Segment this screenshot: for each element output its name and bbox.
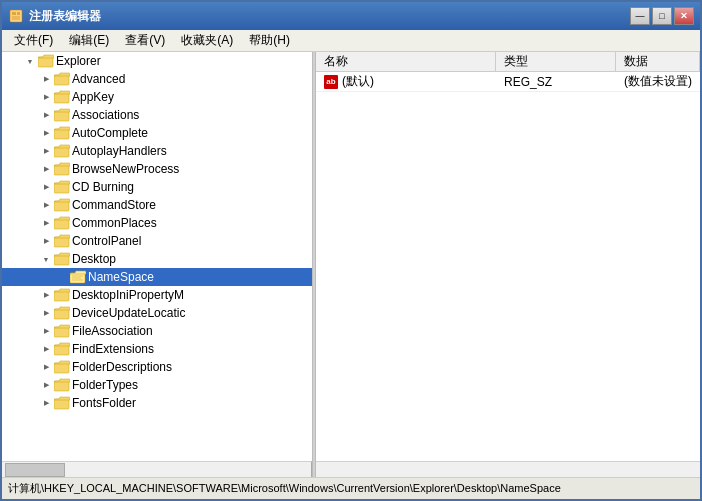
tree-item-fileassociation[interactable]: FileAssociation bbox=[2, 322, 312, 340]
expand-associations[interactable] bbox=[38, 107, 54, 123]
reg-name-value: (默认) bbox=[342, 73, 374, 90]
tree-item-appkey[interactable]: AppKey bbox=[2, 88, 312, 106]
close-button[interactable]: ✕ bbox=[674, 7, 694, 25]
menu-edit[interactable]: 编辑(E) bbox=[61, 30, 117, 51]
tree-item-commonplaces[interactable]: CommonPlaces bbox=[2, 214, 312, 232]
right-panel-body: ab (默认) REG_SZ (数值未设置) bbox=[316, 72, 700, 461]
tree-label-namespace: NameSpace bbox=[88, 270, 154, 284]
folder-icon-associations bbox=[54, 107, 70, 123]
tree-hscrollbar[interactable] bbox=[2, 461, 312, 477]
folder-icon-desktop bbox=[54, 251, 70, 267]
svg-rect-3 bbox=[12, 16, 20, 20]
svg-rect-21 bbox=[54, 309, 69, 319]
expand-findextensions[interactable] bbox=[38, 341, 54, 357]
tree-label-desktopinipropertym: DesktopIniPropertyM bbox=[72, 288, 184, 302]
tree-item-deviceupdatelocatic[interactable]: DeviceUpdateLocatic bbox=[2, 304, 312, 322]
svg-rect-14 bbox=[54, 237, 69, 247]
folder-icon-desktopinipropertym bbox=[54, 287, 70, 303]
expand-fontsfolder[interactable] bbox=[38, 395, 54, 411]
expand-advanced[interactable] bbox=[38, 71, 54, 87]
svg-rect-8 bbox=[54, 129, 69, 139]
reg-name-cell: ab (默认) bbox=[316, 73, 496, 90]
expand-fileassociation[interactable] bbox=[38, 323, 54, 339]
right-hscrollbar[interactable] bbox=[316, 461, 700, 477]
reg-row-default[interactable]: ab (默认) REG_SZ (数值未设置) bbox=[316, 72, 700, 92]
expand-controlpanel[interactable] bbox=[38, 233, 54, 249]
expand-appkey[interactable] bbox=[38, 89, 54, 105]
tree-item-advanced[interactable]: Advanced bbox=[2, 70, 312, 88]
folder-icon-fontsfolder bbox=[54, 395, 70, 411]
folder-icon-autocomplete bbox=[54, 125, 70, 141]
titlebar-left: 注册表编辑器 bbox=[8, 8, 101, 25]
svg-rect-2 bbox=[17, 12, 20, 15]
expand-autoplayhandlers[interactable] bbox=[38, 143, 54, 159]
tree-item-desktopinipropertym[interactable]: DesktopIniPropertyM bbox=[2, 286, 312, 304]
reg-data-cell: (数值未设置) bbox=[616, 73, 700, 90]
main-panels: Explorer Advanced AppKey bbox=[2, 52, 700, 477]
menu-view[interactable]: 查看(V) bbox=[117, 30, 173, 51]
menu-file[interactable]: 文件(F) bbox=[6, 30, 61, 51]
col-header-type: 类型 bbox=[496, 52, 616, 71]
col-header-data: 数据 bbox=[616, 52, 700, 71]
svg-rect-6 bbox=[54, 93, 69, 103]
tree-item-autocomplete[interactable]: AutoComplete bbox=[2, 124, 312, 142]
window-title: 注册表编辑器 bbox=[29, 8, 101, 25]
tree-label-autoplayhandlers: AutoplayHandlers bbox=[72, 144, 167, 158]
statusbar-text: 计算机\HKEY_LOCAL_MACHINE\SOFTWARE\Microsof… bbox=[8, 481, 561, 496]
tree-label-cdburning: CD Burning bbox=[72, 180, 134, 194]
expand-explorer[interactable] bbox=[22, 53, 38, 69]
tree-item-associations[interactable]: Associations bbox=[2, 106, 312, 124]
expand-browsenewprocess[interactable] bbox=[38, 161, 54, 177]
titlebar: 注册表编辑器 — □ ✕ bbox=[2, 2, 700, 30]
expand-deviceupdatelocatic[interactable] bbox=[38, 305, 54, 321]
tree-label-commonplaces: CommonPlaces bbox=[72, 216, 157, 230]
svg-rect-12 bbox=[54, 201, 69, 211]
tree-item-foldertypes[interactable]: FolderTypes bbox=[2, 376, 312, 394]
svg-rect-7 bbox=[54, 111, 69, 121]
tree-panel[interactable]: Explorer Advanced AppKey bbox=[2, 52, 312, 461]
tree-item-desktop[interactable]: Desktop bbox=[2, 250, 312, 268]
expand-commonplaces[interactable] bbox=[38, 215, 54, 231]
tree-label-fileassociation: FileAssociation bbox=[72, 324, 153, 338]
tree-label-commandstore: CommandStore bbox=[72, 198, 156, 212]
tree-label-folderdescriptions: FolderDescriptions bbox=[72, 360, 172, 374]
tree-item-fontsfolder[interactable]: FontsFolder bbox=[2, 394, 312, 412]
tree-item-autoplayhandlers[interactable]: AutoplayHandlers bbox=[2, 142, 312, 160]
tree-item-commandstore[interactable]: CommandStore bbox=[2, 196, 312, 214]
menu-favorites[interactable]: 收藏夹(A) bbox=[173, 30, 241, 51]
expand-foldertypes[interactable] bbox=[38, 377, 54, 393]
expand-autocomplete[interactable] bbox=[38, 125, 54, 141]
tree-item-findextensions[interactable]: FindExtensions bbox=[2, 340, 312, 358]
folder-icon-advanced bbox=[54, 71, 70, 87]
expand-folderdescriptions[interactable] bbox=[38, 359, 54, 375]
tree-item-explorer[interactable]: Explorer bbox=[2, 52, 312, 70]
statusbar: 计算机\HKEY_LOCAL_MACHINE\SOFTWARE\Microsof… bbox=[2, 477, 700, 499]
maximize-button[interactable]: □ bbox=[652, 7, 672, 25]
ab-icon: ab bbox=[324, 75, 338, 89]
expand-desktop[interactable] bbox=[38, 251, 54, 267]
tree-label-advanced: Advanced bbox=[72, 72, 125, 86]
folder-icon-commonplaces bbox=[54, 215, 70, 231]
folder-icon-commandstore bbox=[54, 197, 70, 213]
menu-help[interactable]: 帮助(H) bbox=[241, 30, 298, 51]
svg-rect-25 bbox=[54, 381, 69, 391]
tree-item-controlpanel[interactable]: ControlPanel bbox=[2, 232, 312, 250]
tree-label-desktop: Desktop bbox=[72, 252, 116, 266]
tree-hscroll-thumb[interactable] bbox=[5, 463, 65, 477]
tree-label-findextensions: FindExtensions bbox=[72, 342, 154, 356]
expand-desktopinipropertym[interactable] bbox=[38, 287, 54, 303]
expand-cdburning[interactable] bbox=[38, 179, 54, 195]
app-icon bbox=[8, 8, 24, 24]
minimize-button[interactable]: — bbox=[630, 7, 650, 25]
tree-item-cdburning[interactable]: CD Burning bbox=[2, 178, 312, 196]
folder-icon-findextensions bbox=[54, 341, 70, 357]
folder-icon-folderdescriptions bbox=[54, 359, 70, 375]
expand-commandstore[interactable] bbox=[38, 197, 54, 213]
tree-item-namespace[interactable]: NameSpace bbox=[2, 268, 312, 286]
svg-rect-10 bbox=[54, 165, 69, 175]
svg-rect-23 bbox=[54, 345, 69, 355]
tree-item-folderdescriptions[interactable]: FolderDescriptions bbox=[2, 358, 312, 376]
tree-item-browsenewprocess[interactable]: BrowseNewProcess bbox=[2, 160, 312, 178]
menubar: 文件(F) 编辑(E) 查看(V) 收藏夹(A) 帮助(H) bbox=[2, 30, 700, 52]
folder-icon-browsenewprocess bbox=[54, 161, 70, 177]
